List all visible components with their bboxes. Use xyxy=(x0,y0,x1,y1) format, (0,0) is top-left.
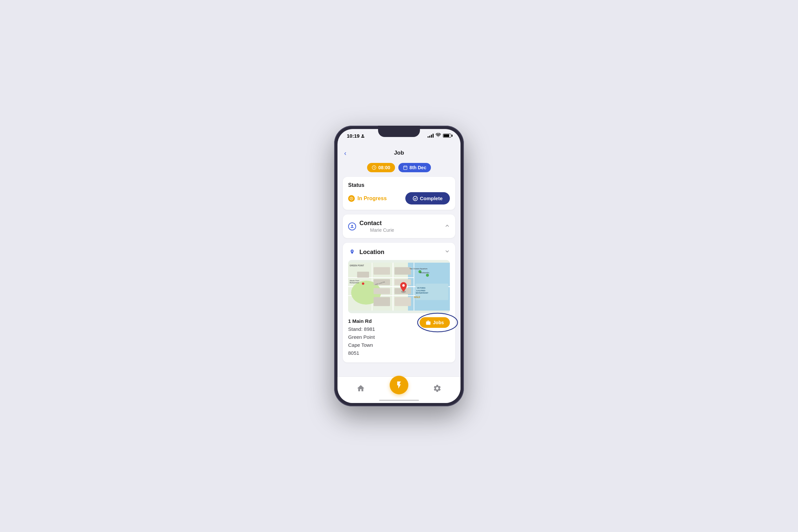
svg-rect-20 xyxy=(395,267,411,275)
location-card: Location xyxy=(343,243,455,362)
phone-screen: 10:19 xyxy=(338,129,460,403)
notch xyxy=(378,126,420,137)
map-image: VICTORIA & ALFRED WATERFRONT Two Oceans … xyxy=(348,260,450,313)
clock-icon xyxy=(372,165,376,170)
complete-button[interactable]: Complete xyxy=(405,192,450,205)
address-line5: 8051 xyxy=(348,349,375,357)
svg-point-7 xyxy=(413,196,417,201)
location-title-row: Location xyxy=(348,248,384,256)
contact-title-row: Contact Marie Curie xyxy=(348,220,394,233)
svg-point-0 xyxy=(438,136,439,137)
svg-text:GOLD: GOLD xyxy=(414,296,420,298)
in-progress-status: In Progress xyxy=(348,195,387,202)
phone-frame: 10:19 xyxy=(334,126,464,406)
contact-info: Contact Marie Curie xyxy=(359,220,394,233)
location-pin-icon xyxy=(348,248,356,256)
calendar-icon xyxy=(403,165,407,170)
address-row: 1 Main Rd Stand: 8981 Green Point Cape T… xyxy=(348,317,450,357)
page-title: Job xyxy=(394,150,404,156)
contact-icon xyxy=(348,223,356,230)
tab-lightning[interactable] xyxy=(390,376,408,394)
address-line2: Stand: 8981 xyxy=(348,325,375,333)
address-line1: 1 Main Rd xyxy=(348,317,375,325)
svg-text:Woolworths: Woolworths xyxy=(420,272,429,274)
chevron-down-icon[interactable] xyxy=(444,249,450,255)
chevron-up-icon[interactable] xyxy=(444,223,450,230)
address-line4: Cape Town xyxy=(348,341,375,349)
svg-point-38 xyxy=(402,284,405,287)
location-header: Location xyxy=(348,248,450,256)
jobs-button[interactable]: Jobs xyxy=(420,317,450,328)
address-line3: Green Point xyxy=(348,333,375,341)
svg-rect-19 xyxy=(374,267,391,275)
person-circle-icon xyxy=(350,224,355,229)
contact-card: Contact Marie Curie xyxy=(343,214,455,238)
status-time: 10:19 xyxy=(347,133,365,139)
svg-point-32 xyxy=(426,274,429,277)
svg-text:Two Oceans Aquarium: Two Oceans Aquarium xyxy=(410,268,428,270)
tab-settings[interactable] xyxy=(433,384,441,393)
status-heading: Status xyxy=(348,182,450,188)
tab-home[interactable] xyxy=(357,384,365,393)
settings-icon xyxy=(433,384,441,393)
svg-text:Backpackers: Backpackers xyxy=(350,282,359,284)
map-pin-icon xyxy=(349,249,355,255)
svg-text:& ALFRED: & ALFRED xyxy=(416,290,425,291)
back-button[interactable]: ‹ xyxy=(344,149,346,157)
status-icons xyxy=(428,133,451,138)
contact-title: Contact xyxy=(359,220,394,227)
status-row: In Progress Complete xyxy=(348,192,450,205)
svg-rect-25 xyxy=(395,297,411,306)
svg-rect-23 xyxy=(374,288,391,294)
home-icon xyxy=(357,384,365,393)
svg-text:VICTORIA: VICTORIA xyxy=(417,287,425,289)
contact-header: Contact Marie Curie xyxy=(348,220,450,233)
wifi-icon xyxy=(436,133,441,138)
svg-rect-17 xyxy=(357,272,369,278)
battery-icon xyxy=(443,134,451,138)
person-icon xyxy=(361,134,365,138)
contact-name: Marie Curie xyxy=(370,227,394,233)
status-card: Status In Progress xyxy=(343,177,455,210)
signal-icon xyxy=(428,134,434,138)
svg-text:Atlantic Point: Atlantic Point xyxy=(350,280,359,282)
date-chip: 8th Dec xyxy=(398,163,431,172)
jobs-button-wrapper: Jobs xyxy=(420,317,450,328)
chips-row: 08:00 8th Dec xyxy=(343,163,455,172)
svg-point-34 xyxy=(362,282,364,285)
location-title: Location xyxy=(359,249,384,256)
svg-text:WATERFRONT: WATERFRONT xyxy=(416,292,428,294)
check-circle-icon xyxy=(413,196,418,201)
address-block: 1 Main Rd Stand: 8981 Green Point Cape T… xyxy=(348,317,375,357)
clock-icon-inner xyxy=(349,196,354,201)
svg-rect-24 xyxy=(374,297,391,306)
content-area: 08:00 8th Dec Status xyxy=(338,160,460,376)
svg-rect-2 xyxy=(403,166,407,170)
briefcase-icon xyxy=(425,320,431,325)
map-container[interactable]: VICTORIA & ALFRED WATERFRONT Two Oceans … xyxy=(348,260,450,313)
svg-text:GREEN POINT: GREEN POINT xyxy=(350,264,364,267)
lightning-icon xyxy=(395,381,403,390)
home-indicator xyxy=(379,400,419,401)
clock-circle xyxy=(348,195,355,202)
time-chip: 08:00 xyxy=(367,163,395,172)
nav-bar: ‹ Job xyxy=(338,146,460,160)
tab-bar xyxy=(338,376,460,403)
